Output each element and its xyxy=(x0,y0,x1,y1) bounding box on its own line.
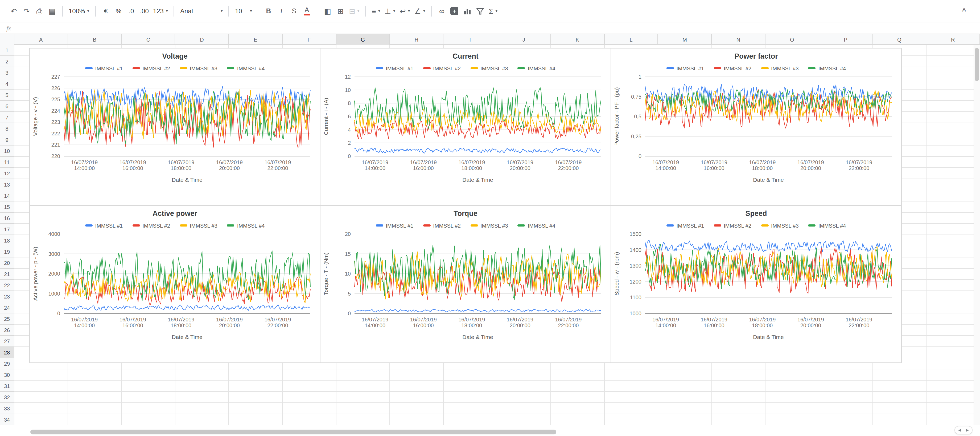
row-header-28[interactable]: 28 xyxy=(0,347,14,358)
column-header-H[interactable]: H xyxy=(390,34,444,45)
row-header-22[interactable]: 22 xyxy=(0,280,14,291)
svg-text:16/07/2019: 16/07/2019 xyxy=(458,160,485,165)
row-header-20[interactable]: 20 xyxy=(0,257,14,268)
row-header-9[interactable]: 9 xyxy=(0,134,14,145)
strikethrough-button[interactable]: S xyxy=(288,4,301,18)
redo-button[interactable]: ↷ xyxy=(20,4,33,18)
insert-comment-button[interactable]: + xyxy=(448,4,461,18)
row-header-26[interactable]: 26 xyxy=(0,324,14,336)
chart-active-power[interactable]: Active power IMMSSL #1IMMSSL #2IMMSSL #3… xyxy=(30,206,320,363)
format-percent-button[interactable]: % xyxy=(112,4,125,18)
horizontal-align-button[interactable]: ≡ ▾ xyxy=(369,4,382,18)
svg-text:14:00:00: 14:00:00 xyxy=(655,165,676,171)
svg-text:22:00:00: 22:00:00 xyxy=(849,323,870,328)
vertical-scrollbar-thumb[interactable] xyxy=(975,48,979,81)
row-header-19[interactable]: 19 xyxy=(0,246,14,257)
print-button[interactable]: ⎙ xyxy=(33,4,46,18)
svg-text:Date & Time: Date & Time xyxy=(172,177,202,183)
column-header-E[interactable]: E xyxy=(229,34,283,45)
functions-button[interactable]: Σ ▾ xyxy=(487,4,500,18)
select-all-corner[interactable] xyxy=(0,34,14,45)
horizontal-scrollbar-thumb[interactable] xyxy=(30,430,556,434)
row-header-25[interactable]: 25 xyxy=(0,313,14,324)
row-header-16[interactable]: 16 xyxy=(0,213,14,224)
row-header-15[interactable]: 15 xyxy=(0,201,14,213)
column-header-N[interactable]: N xyxy=(712,34,765,45)
scroll-right-icon[interactable]: ▸ xyxy=(966,428,969,433)
row-header-21[interactable]: 21 xyxy=(0,268,14,280)
vertical-align-button[interactable]: ⊥ ▾ xyxy=(382,4,398,18)
column-header-C[interactable]: C xyxy=(122,34,175,45)
increase-decimal-button[interactable]: .00 xyxy=(138,4,151,18)
bold-button[interactable]: B xyxy=(262,4,275,18)
row-header-24[interactable]: 24 xyxy=(0,302,14,313)
row-header-12[interactable]: 12 xyxy=(0,168,14,179)
row-header-29[interactable]: 29 xyxy=(0,358,14,369)
row-header-27[interactable]: 27 xyxy=(0,336,14,347)
column-header-F[interactable]: F xyxy=(283,34,336,45)
row-header-18[interactable]: 18 xyxy=(0,235,14,246)
zoom-select[interactable]: 100% ▾ xyxy=(67,4,91,18)
row-header-33[interactable]: 33 xyxy=(0,403,14,414)
filter-button[interactable] xyxy=(474,4,487,18)
borders-button[interactable]: ⊞ xyxy=(334,4,347,18)
vertical-scrollbar[interactable] xyxy=(974,45,980,425)
merge-cells-button[interactable]: ⊟ ▾ xyxy=(347,4,362,18)
column-header-R[interactable]: R xyxy=(926,34,980,45)
legend-label: IMMSSL #2 xyxy=(433,65,461,71)
chart-voltage[interactable]: Voltage IMMSSL #1IMMSSL #2IMMSSL #3IMMSS… xyxy=(30,48,320,205)
row-header-7[interactable]: 7 xyxy=(0,112,14,123)
row-header-30[interactable]: 30 xyxy=(0,369,14,380)
paint-format-button[interactable]: ▤ xyxy=(46,4,59,18)
chart-speed[interactable]: Speed IMMSSL #1IMMSSL #2IMMSSL #3IMMSSL … xyxy=(611,206,901,363)
italic-button[interactable]: I xyxy=(275,4,288,18)
decrease-decimal-button[interactable]: .0 xyxy=(125,4,138,18)
row-header-31[interactable]: 31 xyxy=(0,380,14,392)
row-header-2[interactable]: 2 xyxy=(0,56,14,67)
scroll-left-icon[interactable]: ◂ xyxy=(958,428,961,433)
row-header-1[interactable]: 1 xyxy=(0,45,14,56)
chart-current[interactable]: Current IMMSSL #1IMMSSL #2IMMSSL #3IMMSS… xyxy=(320,48,611,205)
number-format-select[interactable]: 123 ▾ xyxy=(151,4,170,18)
column-header-Q[interactable]: Q xyxy=(873,34,926,45)
text-rotation-button[interactable]: ∠ ▾ xyxy=(412,4,428,18)
column-header-I[interactable]: I xyxy=(444,34,498,45)
insert-link-button[interactable]: ∞ xyxy=(436,4,448,18)
font-size-select[interactable]: 10 ▾ xyxy=(233,4,254,18)
row-header-10[interactable]: 10 xyxy=(0,145,14,157)
row-header-8[interactable]: 8 xyxy=(0,123,14,134)
row-header-14[interactable]: 14 xyxy=(0,190,14,201)
text-color-button[interactable]: A xyxy=(301,4,313,18)
undo-button[interactable]: ↶ xyxy=(8,4,20,18)
column-header-M[interactable]: M xyxy=(658,34,712,45)
row-header-13[interactable]: 13 xyxy=(0,179,14,190)
row-header-3[interactable]: 3 xyxy=(0,67,14,78)
formula-input[interactable] xyxy=(24,23,980,34)
row-header-17[interactable]: 17 xyxy=(0,224,14,235)
column-header-G[interactable]: G xyxy=(336,34,390,45)
row-header-4[interactable]: 4 xyxy=(0,78,14,89)
collapse-toolbar-button[interactable]: ^ xyxy=(958,4,970,18)
row-header-32[interactable]: 32 xyxy=(0,392,14,403)
column-header-D[interactable]: D xyxy=(175,34,229,45)
column-header-K[interactable]: K xyxy=(551,34,605,45)
fill-color-button[interactable]: ◧ xyxy=(321,4,334,18)
text-wrap-button[interactable]: ↩ ▾ xyxy=(398,4,412,18)
svg-text:20:00:00: 20:00:00 xyxy=(219,323,240,328)
column-header-P[interactable]: P xyxy=(819,34,873,45)
chart-power-factor[interactable]: Power factor IMMSSL #1IMMSSL #2IMMSSL #3… xyxy=(611,48,901,205)
row-header-6[interactable]: 6 xyxy=(0,101,14,112)
row-header-11[interactable]: 11 xyxy=(0,157,14,168)
column-header-O[interactable]: O xyxy=(765,34,819,45)
column-header-A[interactable]: A xyxy=(14,34,68,45)
column-header-J[interactable]: J xyxy=(497,34,551,45)
format-currency-button[interactable]: € xyxy=(99,4,112,18)
row-header-34[interactable]: 34 xyxy=(0,414,14,425)
column-header-B[interactable]: B xyxy=(68,34,122,45)
font-family-select[interactable]: Arial ▾ xyxy=(178,4,225,18)
row-header-23[interactable]: 23 xyxy=(0,291,14,302)
chart-torque[interactable]: Torque IMMSSL #1IMMSSL #2IMMSSL #3IMMSSL… xyxy=(320,206,611,363)
column-header-L[interactable]: L xyxy=(605,34,658,45)
insert-chart-button[interactable] xyxy=(461,4,474,18)
row-header-5[interactable]: 5 xyxy=(0,89,14,101)
